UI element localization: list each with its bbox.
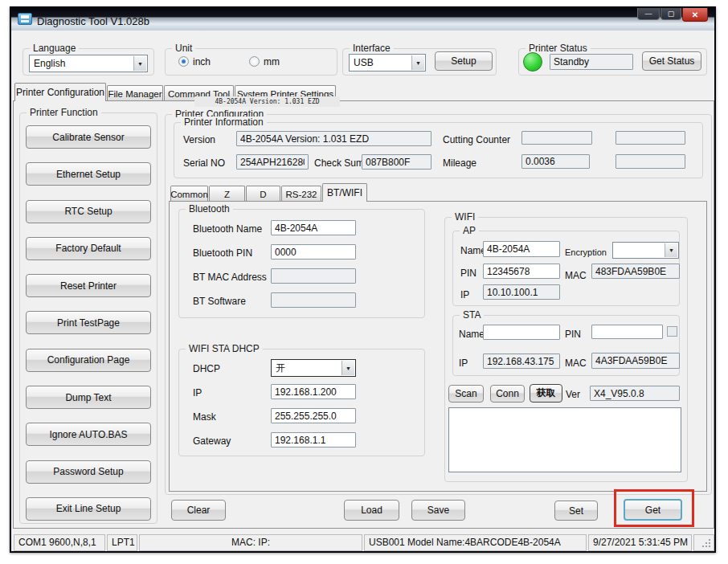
- chevron-down-icon[interactable]: ▼: [411, 55, 424, 70]
- dhcp-ip-field[interactable]: [271, 384, 356, 399]
- mileage-label: Mileage: [443, 157, 476, 169]
- save-button[interactable]: Save: [411, 500, 465, 521]
- bluetooth-pin-field[interactable]: [271, 244, 356, 260]
- clear-button[interactable]: Clear: [171, 500, 226, 521]
- bluetooth-label: Bluetooth: [186, 203, 233, 215]
- sta-name-field[interactable]: [483, 325, 560, 340]
- bluetooth-name-field[interactable]: [271, 220, 356, 235]
- calibrate-sensor-button[interactable]: Calibrate Sensor: [26, 125, 151, 149]
- reset-printer-button[interactable]: Reset Printer: [26, 274, 151, 297]
- dump-text-button[interactable]: Dump Text: [26, 386, 151, 409]
- chevron-down-icon[interactable]: ▼: [665, 243, 677, 257]
- mileage-field[interactable]: [521, 154, 590, 169]
- wifi-scan-listbox[interactable]: [448, 407, 681, 472]
- tab-printer-configuration[interactable]: Printer Configuration: [14, 83, 106, 101]
- printer-information-label: Printer Information: [181, 116, 267, 129]
- ap-pin-label: PIN: [460, 268, 476, 279]
- subtab-common[interactable]: Common: [170, 186, 208, 202]
- wifi-label: WIFI: [452, 211, 478, 223]
- setup-button[interactable]: Setup: [435, 51, 493, 71]
- statusbar-mac-ip: MAC: IP:: [139, 534, 362, 551]
- sta-ip-field[interactable]: [483, 354, 560, 369]
- printer-function-buttons: Calibrate Sensor Ethernet Setup RTC Setu…: [26, 125, 151, 521]
- gateway-field[interactable]: [271, 432, 356, 448]
- set-button[interactable]: Set: [554, 501, 598, 521]
- unit-inch-radio[interactable]: [178, 56, 189, 67]
- bt-mac-address-label: BT MAC Address: [193, 272, 267, 283]
- highlight-rectangle: [614, 489, 694, 527]
- encryption-label: Encryption: [565, 247, 607, 257]
- subtab-d[interactable]: D: [246, 186, 280, 202]
- factory-default-button[interactable]: Factory Default: [26, 237, 151, 260]
- extra-field-2[interactable]: [616, 154, 685, 169]
- conn-button[interactable]: Conn: [490, 385, 525, 403]
- language-label: Language: [30, 43, 79, 55]
- language-select[interactable]: English ▼: [29, 55, 148, 72]
- interface-label: Interface: [350, 43, 394, 55]
- title-bar[interactable]: Diagnostic Tool V1.028b — ▢ ✕: [11, 8, 714, 31]
- ap-name-field[interactable]: [483, 241, 560, 257]
- ap-ip-field[interactable]: [483, 284, 560, 300]
- print-testpage-button[interactable]: Print TestPage: [26, 311, 151, 334]
- screenshot-root: Diagnostic Tool V1.028b — ▢ ✕ Language E…: [0, 0, 728, 564]
- serial-no-field[interactable]: [236, 154, 309, 170]
- load-button[interactable]: Load: [344, 500, 399, 521]
- encryption-select[interactable]: ▼: [612, 242, 679, 259]
- fetch-button[interactable]: 获取: [530, 384, 562, 403]
- dhcp-select[interactable]: 开 ▼: [271, 359, 356, 377]
- ignore-autobas-button[interactable]: Ignore AUTO.BAS: [26, 423, 151, 446]
- password-setup-button[interactable]: Password Setup: [26, 460, 151, 484]
- version-tooltip: 4B-2054A Version: 1.031 EZD: [194, 96, 340, 107]
- sta-mac-field[interactable]: [591, 353, 680, 369]
- extra-field-1[interactable]: [616, 131, 685, 145]
- close-button[interactable]: ✕: [682, 8, 708, 22]
- resize-grip-icon[interactable]: [693, 534, 714, 551]
- tab-file-manager[interactable]: File Manager: [107, 85, 163, 101]
- interface-select[interactable]: USB ▼: [349, 54, 426, 72]
- subtab-rs232[interactable]: RS-232: [281, 186, 321, 202]
- subtab-z[interactable]: Z: [209, 186, 245, 202]
- ethernet-setup-button[interactable]: Ethernet Setup: [26, 162, 151, 186]
- bt-mac-address-field[interactable]: [271, 268, 356, 284]
- cutting-counter-field[interactable]: [521, 131, 592, 145]
- chevron-down-icon[interactable]: ▼: [133, 56, 146, 71]
- chevron-down-icon[interactable]: ▼: [342, 361, 354, 375]
- printer-app-icon: [18, 13, 32, 25]
- ap-mac-label: MAC: [565, 270, 587, 281]
- sta-pin-label: PIN: [565, 329, 581, 340]
- configuration-page-button[interactable]: Configuration Page: [26, 349, 151, 372]
- get-status-button[interactable]: Get Status: [642, 51, 701, 71]
- statusbar-lpt: LPT1: [107, 534, 137, 551]
- sta-pin-checkbox[interactable]: [667, 326, 677, 337]
- version-field[interactable]: [236, 131, 431, 146]
- ver-field[interactable]: [590, 386, 680, 401]
- unit-label: Unit: [172, 43, 195, 55]
- rtc-setup-button[interactable]: RTC Setup: [26, 200, 151, 223]
- dhcp-value: 开: [276, 362, 285, 375]
- ver-label: Ver: [566, 389, 580, 400]
- ap-mac-field[interactable]: [591, 264, 680, 279]
- sta-name-label: Name: [459, 329, 485, 340]
- bt-software-field[interactable]: [271, 292, 356, 308]
- unit-mm-radio[interactable]: [249, 56, 260, 67]
- close-icon: ✕: [692, 10, 698, 19]
- dhcp-label: DHCP: [193, 363, 220, 374]
- sta-pin-field[interactable]: [591, 325, 663, 339]
- printer-function-label: Printer Function: [27, 107, 101, 119]
- mask-field[interactable]: [271, 408, 356, 423]
- sta-ip-label: IP: [459, 358, 468, 369]
- interface-value: USB: [354, 57, 374, 68]
- subtab-bt-wifi[interactable]: BT/WIFI: [322, 183, 367, 202]
- scan-button[interactable]: Scan: [448, 385, 484, 403]
- ap-pin-field[interactable]: [483, 264, 560, 279]
- check-sum-label: Check Sum: [314, 157, 364, 169]
- unit-inch-label: inch: [193, 56, 211, 67]
- minimize-button[interactable]: —: [637, 8, 660, 20]
- cutting-counter-label: Cutting Counter: [443, 134, 510, 145]
- unit-mm-label: mm: [264, 56, 280, 67]
- check-sum-field[interactable]: [362, 154, 431, 170]
- window-title: Diagnostic Tool V1.028b: [37, 15, 149, 27]
- exit-line-setup-button[interactable]: Exit Line Setup: [26, 497, 151, 521]
- mask-label: Mask: [193, 411, 216, 423]
- maximize-button[interactable]: ▢: [661, 8, 681, 20]
